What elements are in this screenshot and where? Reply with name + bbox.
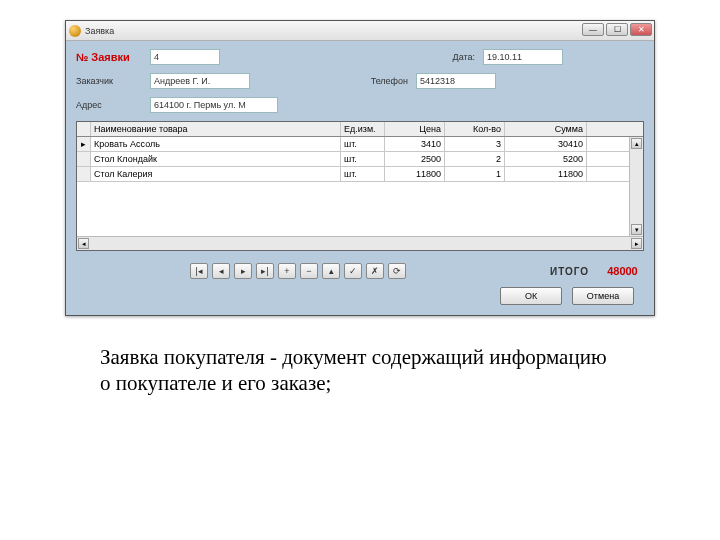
grid-row[interactable]: Стол Клондайк шт. 2500 2 5200	[77, 152, 643, 167]
cell-unit[interactable]: шт.	[341, 137, 385, 151]
customer-label: Заказчик	[76, 76, 146, 86]
nav-first-button[interactable]: |◂	[190, 263, 208, 279]
col-sum: Сумма	[505, 122, 587, 136]
phone-input[interactable]: 5412318	[416, 73, 496, 89]
col-price: Цена	[385, 122, 445, 136]
cell-price[interactable]: 11800	[385, 167, 445, 181]
grid-row[interactable]: ▸ Кровать Ассоль шт. 3410 3 30410	[77, 137, 643, 152]
nav-delete-button[interactable]: −	[300, 263, 318, 279]
window-title: Заявка	[85, 26, 114, 36]
cell-unit[interactable]: шт.	[341, 167, 385, 181]
cell-price[interactable]: 2500	[385, 152, 445, 166]
col-unit: Ед.изм.	[341, 122, 385, 136]
vertical-scrollbar[interactable]: ▴ ▾	[629, 137, 643, 236]
nav-post-button[interactable]: ✓	[344, 263, 362, 279]
grid-row[interactable]: Стол Калерия шт. 11800 1 11800	[77, 167, 643, 182]
cell-name[interactable]: Стол Клондайк	[91, 152, 341, 166]
client-area: № Заявки 4 Дата: 19.10.11 Заказчик Андре…	[66, 41, 654, 315]
order-number-input[interactable]: 4	[150, 49, 220, 65]
cancel-button[interactable]: Отмена	[572, 287, 634, 305]
row-marker	[77, 152, 91, 166]
grid-body: ▸ Кровать Ассоль шт. 3410 3 30410 Стол К…	[77, 137, 643, 236]
row-marker	[77, 167, 91, 181]
horizontal-scrollbar[interactable]: ◂ ▸	[77, 236, 643, 250]
app-icon	[69, 25, 81, 37]
minimize-button[interactable]: —	[582, 23, 604, 36]
order-number-label: № Заявки	[76, 51, 146, 63]
scroll-down-icon[interactable]: ▾	[631, 224, 642, 235]
cell-price[interactable]: 3410	[385, 137, 445, 151]
address-input[interactable]: 614100 г. Пермь ул. М	[150, 97, 278, 113]
cell-qty[interactable]: 3	[445, 137, 505, 151]
nav-edit-button[interactable]: ▴	[322, 263, 340, 279]
items-grid[interactable]: Наименование товара Ед.изм. Цена Кол-во …	[76, 121, 644, 251]
total-label: ИТОГО	[550, 266, 589, 277]
ok-button[interactable]: ОК	[500, 287, 562, 305]
total-value: 48000	[607, 265, 638, 277]
cell-qty[interactable]: 2	[445, 152, 505, 166]
col-qty: Кол-во	[445, 122, 505, 136]
row-marker: ▸	[77, 137, 91, 151]
db-navigator: |◂ ◂ ▸ ▸| + − ▴ ✓ ✗ ⟳ ИТОГО 48000	[76, 263, 644, 279]
nav-prev-button[interactable]: ◂	[212, 263, 230, 279]
scroll-right-icon[interactable]: ▸	[631, 238, 642, 249]
maximize-button[interactable]: ☐	[606, 23, 628, 36]
date-input[interactable]: 19.10.11	[483, 49, 563, 65]
close-button[interactable]: ✕	[630, 23, 652, 36]
slide-caption: Заявка покупателя - документ содержащий …	[100, 344, 620, 397]
titlebar: Заявка — ☐ ✕	[66, 21, 654, 41]
address-label: Адрес	[76, 100, 146, 110]
cell-name[interactable]: Кровать Ассоль	[91, 137, 341, 151]
scroll-up-icon[interactable]: ▴	[631, 138, 642, 149]
nav-refresh-button[interactable]: ⟳	[388, 263, 406, 279]
cell-qty[interactable]: 1	[445, 167, 505, 181]
grid-row-indicator	[77, 122, 91, 136]
app-window: Заявка — ☐ ✕ № Заявки 4 Дата: 19.10.11 З…	[65, 20, 655, 316]
cell-name[interactable]: Стол Калерия	[91, 167, 341, 181]
customer-input[interactable]: Андреев Г. И.	[150, 73, 250, 89]
col-name: Наименование товара	[91, 122, 341, 136]
cell-sum[interactable]: 11800	[505, 167, 587, 181]
cell-unit[interactable]: шт.	[341, 152, 385, 166]
date-label: Дата:	[435, 52, 475, 62]
phone-label: Телефон	[353, 76, 408, 86]
scroll-left-icon[interactable]: ◂	[78, 238, 89, 249]
nav-last-button[interactable]: ▸|	[256, 263, 274, 279]
nav-cancel-button[interactable]: ✗	[366, 263, 384, 279]
nav-next-button[interactable]: ▸	[234, 263, 252, 279]
cell-sum[interactable]: 5200	[505, 152, 587, 166]
grid-header: Наименование товара Ед.изм. Цена Кол-во …	[77, 122, 643, 137]
cell-sum[interactable]: 30410	[505, 137, 587, 151]
nav-add-button[interactable]: +	[278, 263, 296, 279]
